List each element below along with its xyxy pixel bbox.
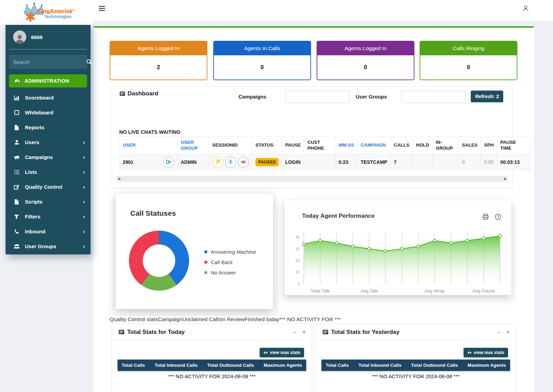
sidebar-item-label: Whiteboard — [25, 110, 54, 115]
view-max-stats-button[interactable]: view max stats — [463, 348, 508, 357]
printer-icon[interactable] — [482, 213, 489, 222]
col-total-outbound-calls: Total Outbound Calls — [207, 363, 254, 368]
chevron-left-icon: ‹ — [83, 184, 85, 190]
sidebar-item-filters[interactable]: Filters ‹ — [6, 209, 91, 224]
user-groups-input[interactable] — [401, 91, 466, 103]
close-icon[interactable]: × — [302, 329, 306, 335]
sidebar-item-label: Lists — [25, 169, 37, 175]
stat-card-title: Calls Ringing — [420, 41, 517, 55]
horizontal-scrollbar[interactable]: ◀ ▶ — [116, 176, 508, 182]
legend-item-no-answer: No Answer — [204, 267, 256, 278]
sidebar-item-administration[interactable]: ADMINISTRATION — [9, 74, 87, 87]
chevron-left-icon: ‹ — [83, 243, 85, 249]
help-icon[interactable]: ? — [495, 213, 502, 222]
search-icon[interactable] — [86, 59, 92, 65]
sidebar-item-quality-control[interactable]: Quality Control ‹ — [6, 179, 91, 194]
total-stats-yesterday-panel: Total Stats for Yesterday – × view max s… — [316, 324, 516, 392]
sidebar-item-label: Quality Control — [25, 184, 62, 190]
stat-card-agents-in-calls: Agents In Calls 0 — [213, 41, 311, 80]
dashboard-title: Dashboard — [119, 90, 158, 97]
chevron-left-icon: ‹ — [83, 154, 85, 160]
col-campaign[interactable]: CAMPAIGN — [357, 137, 391, 154]
minimize-icon[interactable]: – — [293, 329, 296, 335]
sidebar-item-user-groups[interactable]: User Groups ‹ — [6, 239, 91, 254]
col-user[interactable]: USER — [120, 137, 178, 154]
call-statuses-card: Call Statuses Answering Machine Call Bac… — [116, 194, 273, 309]
table-row: 2901 ADMIN — [120, 154, 530, 170]
stat-card-title: Agents Logged In — [317, 41, 414, 55]
call-statuses-legend: Answering Machine Call Back No Answer — [204, 246, 256, 278]
no-activity-text: *** NO ACTIVITY FOR 2024-08-08 *** — [316, 373, 516, 379]
svg-text:Avg Pause: Avg Pause — [472, 288, 495, 293]
legend-label: Answering Machine — [211, 249, 256, 255]
stat-card-title: Agents In Calls — [214, 41, 310, 55]
minimize-icon[interactable]: – — [497, 329, 500, 335]
campaigns-label: Campaigns — [238, 94, 266, 100]
col-sessionid: SESSIONID — [209, 137, 252, 154]
volume-icon[interactable] — [238, 157, 249, 168]
sidebar-item-scoreboard[interactable]: Scoreboard — [6, 90, 91, 105]
sidebar-item-label: Reports — [25, 124, 45, 130]
cell-user: 2901 — [120, 154, 178, 170]
stat-card-value: 0 — [317, 55, 414, 80]
menu-icon[interactable] — [99, 6, 105, 12]
sidebar-item-users[interactable]: Users ‹ — [6, 135, 91, 150]
panel-icon — [119, 91, 125, 97]
sidebar-user: 6666 — [6, 25, 91, 48]
chevron-left-icon: ‹ — [83, 228, 85, 234]
call-statuses-title: Call Statuses — [130, 209, 176, 217]
sidebar-nav: Scoreboard Whiteboard Reports Users ‹ Ca… — [6, 90, 91, 254]
sidebar-item-inbound[interactable]: Inbound ‹ — [6, 224, 91, 239]
agents-table: USER USER GROUP SESSIONID STATUS PAUSE C… — [119, 137, 530, 170]
legend-item-answering-machine: Answering Machine — [204, 246, 256, 257]
panel-icon — [322, 329, 329, 335]
close-icon[interactable]: × — [506, 329, 509, 335]
sidebar-item-scripts[interactable]: Scripts ‹ — [6, 194, 91, 209]
col-in-group: IN-GROUP — [432, 137, 459, 154]
legend-label: Call Back — [211, 259, 233, 265]
user-link[interactable]: 2901 — [123, 159, 133, 165]
sidebar-item-whiteboard[interactable]: Whiteboard — [6, 105, 91, 120]
refresh-button[interactable]: Refresh: 2 — [471, 91, 503, 102]
view-max-stats-button[interactable]: view max stats — [260, 348, 304, 357]
cell-user-group: ADMIN — [178, 154, 209, 170]
file-icon — [13, 124, 20, 131]
col-mmss[interactable]: MM:SS — [335, 137, 357, 154]
scroll-right-icon[interactable]: ▶ — [504, 177, 507, 180]
sidebar-item-label: Scoreboard — [25, 95, 54, 101]
sidebar-item-label: Campaigns — [25, 154, 53, 160]
brand-tagline: Technologies — [44, 14, 72, 19]
list-icon — [13, 169, 20, 175]
asterisk-icon — [26, 12, 35, 22]
stat-card-agents-logged-in-2: Agents Logged In 0 — [317, 41, 414, 80]
sidebar-item-lists[interactable]: Lists ‹ — [6, 165, 91, 179]
svg-text:40: 40 — [296, 235, 300, 239]
legend-dot — [204, 250, 207, 253]
col-total-calls: Total Calls — [122, 363, 145, 368]
sidebar-item-campaigns[interactable]: Campaigns ‹ — [6, 150, 91, 165]
cell-mmss: 0:23 — [335, 154, 357, 170]
panel-title: Total Stats for Yesterday — [331, 329, 400, 336]
cell-sessionid — [209, 154, 252, 170]
brand-name: KingAsterisk® — [37, 8, 75, 15]
col-user-group[interactable]: USER GROUP — [178, 137, 209, 154]
scroll-left-icon[interactable]: ◀ — [118, 177, 120, 180]
account-icon[interactable] — [522, 4, 529, 12]
deaf-icon[interactable] — [212, 157, 223, 168]
stats-table-header: Total Calls Total Inbound Calls Total Ou… — [118, 360, 306, 371]
campaigns-input[interactable] — [285, 91, 350, 103]
sidebar-item-label: Scripts — [25, 199, 43, 205]
cell-status: PAUSED — [252, 154, 282, 170]
square-icon — [13, 110, 20, 115]
svg-text:?: ? — [497, 215, 499, 219]
logout-icon[interactable] — [163, 157, 174, 168]
sidebar-search — [9, 55, 87, 69]
svg-text:Avg Wrap: Avg Wrap — [424, 288, 445, 293]
panel-icon — [118, 329, 125, 335]
phone-icon — [13, 228, 20, 234]
svg-text:10: 10 — [296, 270, 300, 274]
mic-icon[interactable] — [225, 157, 236, 168]
total-stats-today-panel: Total Stats for Today – × view max stats… — [112, 324, 312, 392]
sidebar-item-reports[interactable]: Reports — [6, 120, 91, 135]
search-input[interactable] — [9, 59, 86, 65]
